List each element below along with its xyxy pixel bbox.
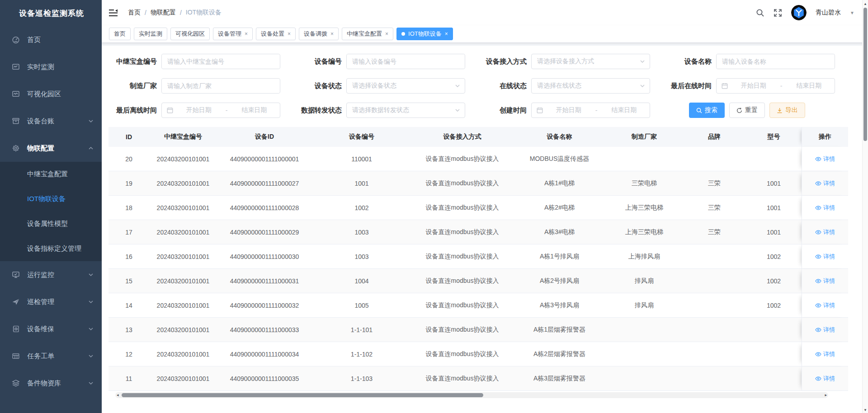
chevron-down-icon [640,59,645,64]
tab-home[interactable]: 首页 [109,28,131,40]
forward-status-select[interactable]: 请选择数据转发状态 [346,103,465,118]
cell-id: 17 [108,229,149,236]
cell-brand: 三荣 [683,204,746,212]
detail-link[interactable]: 详情 [815,253,835,261]
realtime-monitor-icon [12,63,20,71]
create-time-daterange[interactable]: 开始日期 - 结束日期 [531,103,650,118]
sidebar-item-operation-monitor[interactable]: 运行监控 [0,261,102,288]
search-button[interactable]: 搜索 [689,103,725,118]
tab-device-management[interactable]: 设备管理× [213,28,253,40]
download-icon [777,108,783,113]
detail-link[interactable]: 详情 [815,179,835,188]
tab-iot-devices[interactable]: IOT物联设备× [396,28,453,40]
iot-config-gear-icon [12,144,20,152]
close-icon[interactable]: × [288,31,291,37]
cell-device-id: 44090000001111000029 [217,229,312,236]
cell-relay-box-no: 202403200101001 [149,277,217,285]
avatar[interactable] [791,5,807,20]
horizontal-scrollbar-thumb[interactable] [122,393,483,397]
sidebar-item-task-order[interactable]: 任务工单 [0,343,102,370]
device-name-input[interactable] [717,54,835,69]
last-online-time-daterange[interactable]: 开始日期 - 结束日期 [716,78,835,94]
detail-link[interactable]: 详情 [815,326,835,334]
sidebar-collapse-icon[interactable] [109,9,118,17]
reset-button[interactable]: 重置 [729,103,765,118]
cell-manufacturer: 排风扇 [606,301,683,310]
search-icon[interactable] [756,9,764,17]
cell-device-name: A栋1#电梯 [513,179,606,188]
detail-link[interactable]: 详情 [815,301,835,310]
export-button[interactable]: 导出 [769,103,805,118]
tab-device-transfer[interactable]: 设备调拨× [299,28,339,40]
cell-brand: 三荣 [683,179,746,188]
fullscreen-icon[interactable] [774,9,782,17]
sidebar-item-iot-config[interactable]: 物联配置 [0,135,102,162]
table-row: 17 202403200101001 44090000001111000029 … [108,220,848,244]
vertical-scrollbar-thumb[interactable] [863,8,867,141]
scroll-down-icon[interactable]: ▾ [863,406,868,413]
manufacturer-input[interactable] [162,79,280,93]
cell-relay-box-no: 202403200101001 [149,351,217,358]
sidebar-subitem-device-attribute-model[interactable]: 设备属性模型 [0,211,102,236]
table-row: 13 202403200101001 44090000001111000033 … [108,318,848,342]
eye-icon [815,375,821,382]
tab-relay-box-config[interactable]: 中继宝盒配置× [342,28,393,40]
detail-link[interactable]: 详情 [815,228,835,236]
close-icon[interactable]: × [245,31,248,37]
sidebar-item-home[interactable]: 首页 [0,26,102,53]
table-row: 20 202403200101001 44090000001111000001 … [108,147,848,171]
breadcrumb-iot-config[interactable]: 物联配置 [151,9,176,17]
tab-realtime-monitor[interactable]: 实时监测 [134,28,167,40]
online-status-select[interactable]: 请选择在线状态 [531,78,650,94]
breadcrumb-home[interactable]: 首页 [128,9,141,17]
detail-link[interactable]: 详情 [815,375,835,383]
breadcrumb-current: IOT物联设备 [186,9,222,17]
device-no-input[interactable] [347,54,465,69]
scroll-left-icon[interactable]: ◂ [117,393,119,397]
cell-access-mode: 设备直连modbus协议接入 [411,375,513,383]
tab-device-disposal[interactable]: 设备处置× [256,28,296,40]
eye-icon [815,253,821,260]
sidebar-item-inspection[interactable]: 巡检管理 [0,288,102,315]
tabs-bar: 首页 实时监测 可视化园区 设备管理× 设备处置× 设备调拨× 中继宝盒配置× … [102,25,868,43]
calendar-icon [167,107,173,113]
inspection-icon [12,298,20,306]
cell-id: 20 [108,155,149,163]
cell-device-name: MODBUS温度传感器 [513,155,606,163]
sidebar-item-spare-parts[interactable]: 备件物资库 [0,370,102,397]
sidebar-item-visual-park[interactable]: 可视化园区 [0,80,102,108]
sidebar-item-realtime-monitor[interactable]: 实时监测 [0,53,102,80]
eye-icon [815,327,821,333]
cell-device-no: 1005 [312,302,411,309]
sidebar-subitem-relay-box-config[interactable]: 中继宝盒配置 [0,162,102,187]
cell-model: 1001 [746,229,802,236]
close-icon[interactable]: × [445,31,448,37]
detail-link[interactable]: 详情 [815,277,835,285]
tab-visual-park[interactable]: 可视化园区 [170,28,210,40]
scroll-right-icon[interactable]: ▸ [825,393,827,397]
close-icon[interactable]: × [330,31,334,37]
access-mode-select[interactable]: 请选择设备接入方式 [531,54,650,69]
active-tab-dot [401,32,405,36]
refresh-icon [736,108,742,113]
detail-link[interactable]: 详情 [815,155,835,163]
sidebar-subitem-iot-devices[interactable]: IOT物联设备 [0,187,102,211]
horizontal-scrollbar[interactable]: ◂ ▸ [115,392,828,398]
sidebar-subitem-device-metric-definition[interactable]: 设备指标定义管理 [0,236,102,261]
relay-box-no-input[interactable] [162,54,280,69]
device-status-select[interactable]: 请选择设备状态 [346,78,465,94]
detail-link[interactable]: 详情 [815,350,835,358]
sidebar-item-device-ledger[interactable]: 设备台账 [0,108,102,135]
calendar-icon [537,107,543,113]
vertical-scrollbar[interactable]: ▴ ▾ [862,0,868,413]
cell-device-name: A栋2#电梯 [513,204,606,212]
username[interactable]: 青山碧水 [816,9,841,17]
cell-relay-box-no: 202403200101001 [149,155,217,163]
scroll-up-icon[interactable]: ▴ [863,0,868,7]
sidebar-item-maintenance[interactable]: 设备维保 [0,315,102,343]
calendar-icon [722,83,728,89]
user-menu-caret-icon[interactable]: ▼ [850,10,854,15]
detail-link[interactable]: 详情 [815,204,835,212]
close-icon[interactable]: × [385,31,388,37]
last-offline-time-daterange[interactable]: 开始日期 - 结束日期 [161,103,280,118]
